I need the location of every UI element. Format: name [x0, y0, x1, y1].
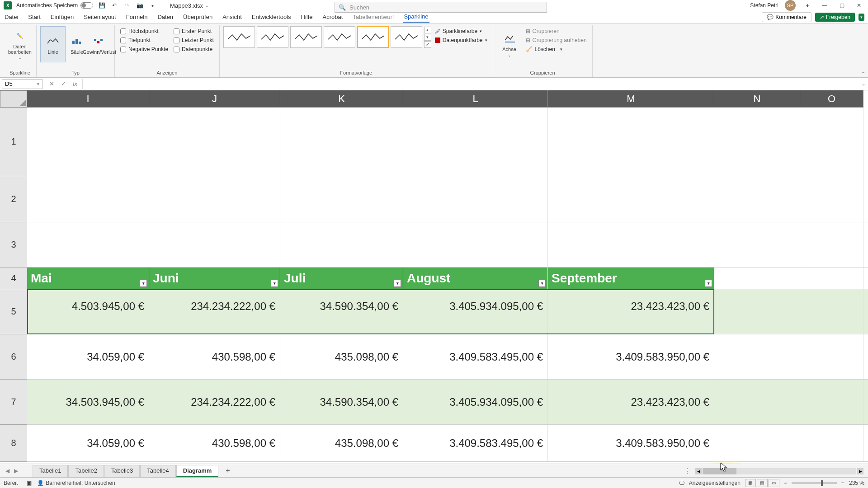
type-winloss-button[interactable]: Gewinn/Verlust: [88, 26, 111, 62]
cell[interactable]: [149, 176, 280, 222]
cell[interactable]: [280, 108, 403, 176]
cell[interactable]: [548, 108, 714, 176]
row-header-1[interactable]: 1: [0, 108, 27, 176]
camera-icon[interactable]: 📷: [136, 1, 144, 9]
hscroll-dots-icon[interactable]: ⋮: [684, 467, 691, 475]
chk-neg[interactable]: Negative Punkte: [120, 46, 168, 52]
column-header-L[interactable]: L: [403, 90, 548, 108]
qat-dropdown-icon[interactable]: ▾: [148, 1, 156, 9]
fx-icon[interactable]: fx: [70, 79, 80, 89]
chk-high[interactable]: Höchstpunkt: [120, 28, 168, 34]
cell[interactable]: [800, 289, 863, 334]
style-up[interactable]: ▴: [424, 27, 431, 33]
share-button[interactable]: ↗Freigeben: [815, 13, 855, 22]
cell[interactable]: [280, 222, 403, 267]
cell[interactable]: [280, 176, 403, 222]
group-button[interactable]: ⊞Gruppieren: [526, 28, 587, 34]
tab-acrobat[interactable]: Acrobat: [322, 12, 344, 22]
cell[interactable]: [800, 334, 863, 379]
minimize-icon[interactable]: —: [819, 0, 830, 11]
cell[interactable]: [714, 176, 800, 222]
sheet-tab-tabelle2[interactable]: Tabelle2: [68, 465, 104, 477]
style-3[interactable]: [290, 26, 322, 48]
sheet-prev-icon[interactable]: ◀: [5, 468, 9, 474]
cell[interactable]: [714, 380, 800, 424]
style-more[interactable]: ⤢: [424, 41, 431, 48]
cell[interactable]: September▾: [548, 267, 714, 289]
cell[interactable]: [548, 176, 714, 222]
chk-last[interactable]: Letzter Punkt: [174, 37, 214, 43]
style-gallery[interactable]: ▴ ▾ ⤢: [223, 26, 431, 48]
cell[interactable]: [548, 222, 714, 267]
tab-start[interactable]: Start: [27, 12, 41, 22]
cell[interactable]: 4.503.945,00 €: [27, 289, 149, 334]
filename[interactable]: Mappe3.xlsx: [170, 2, 203, 9]
style-5[interactable]: [357, 26, 389, 48]
cell[interactable]: [800, 176, 863, 222]
cell[interactable]: Juli▾: [280, 267, 403, 289]
tab-formeln[interactable]: Formeln: [125, 12, 149, 22]
cell[interactable]: [27, 108, 149, 176]
tab-ansicht[interactable]: Ansicht: [222, 12, 243, 22]
type-line-button[interactable]: Linie: [40, 26, 66, 62]
tab-hilfe[interactable]: Hilfe: [300, 12, 314, 22]
cell[interactable]: 234.234.222,00 €: [149, 380, 280, 424]
tab-ueberpruefen[interactable]: Überprüfen: [182, 12, 213, 22]
undo-icon[interactable]: ↶: [110, 1, 118, 9]
column-header-O[interactable]: O: [800, 90, 863, 108]
accessibility-icon[interactable]: 👤: [37, 480, 44, 486]
cell[interactable]: [800, 222, 863, 267]
chk-low[interactable]: Tiefpunkt: [120, 37, 168, 43]
cell[interactable]: [403, 108, 548, 176]
horizontal-scrollbar[interactable]: ⋮ ◀ ▶: [684, 467, 863, 475]
tab-einfuegen[interactable]: Einfügen: [50, 12, 75, 22]
tab-sparkline[interactable]: Sparkline: [403, 11, 429, 23]
cell[interactable]: 34.590.354,00 €: [280, 289, 403, 334]
cell[interactable]: 23.423.423,00 €: [548, 380, 714, 424]
cell[interactable]: 3.409.583.495,00 €: [403, 425, 548, 461]
style-2[interactable]: [257, 26, 288, 48]
row-header-2[interactable]: 2: [0, 176, 27, 222]
cell[interactable]: [714, 267, 800, 289]
type-column-button[interactable]: Säule: [67, 26, 86, 62]
row-header-8[interactable]: 8: [0, 425, 27, 462]
axis-button[interactable]: Achse⌄: [497, 26, 522, 62]
formula-input[interactable]: [82, 79, 859, 89]
tab-datei[interactable]: Datei: [4, 12, 19, 22]
cell[interactable]: [403, 222, 548, 267]
select-all-button[interactable]: [0, 90, 27, 108]
sheet-tab-tabelle3[interactable]: Tabelle3: [104, 465, 140, 477]
cell[interactable]: [714, 108, 800, 176]
column-header-J[interactable]: J: [149, 90, 280, 108]
sheet-tab-tabelle4[interactable]: Tabelle4: [140, 465, 175, 477]
zoom-in-icon[interactable]: +: [841, 480, 844, 486]
cell[interactable]: 435.098,00 €: [280, 425, 403, 461]
filter-button[interactable]: ▾: [394, 280, 401, 287]
style-6[interactable]: [391, 26, 422, 48]
cell[interactable]: [27, 176, 149, 222]
view-normal-icon[interactable]: ▦: [745, 479, 756, 487]
cell[interactable]: Juni▾: [149, 267, 280, 289]
cell[interactable]: 3.409.583.950,00 €: [548, 425, 714, 461]
cell[interactable]: [800, 267, 863, 289]
row-header-7[interactable]: 7: [0, 380, 27, 425]
cell[interactable]: 34.059,00 €: [27, 334, 149, 379]
macro-icon[interactable]: ▣: [27, 480, 32, 486]
chk-data[interactable]: Datenpunkte: [174, 46, 214, 52]
sheet-next-icon[interactable]: ▶: [14, 468, 18, 474]
close-icon[interactable]: ✕: [854, 0, 864, 11]
cell[interactable]: [403, 176, 548, 222]
filter-button[interactable]: ▾: [140, 280, 147, 287]
accept-formula-icon[interactable]: ✓: [58, 79, 69, 89]
cell[interactable]: 3.405.934.095,00 €: [403, 289, 548, 334]
column-header-K[interactable]: K: [280, 90, 403, 108]
cell[interactable]: 34.590.354,00 €: [280, 380, 403, 424]
save-icon[interactable]: 💾: [98, 1, 106, 9]
add-sheet-button[interactable]: ＋: [224, 466, 231, 475]
cell[interactable]: 430.598,00 €: [149, 334, 280, 379]
point-color[interactable]: Datenpunktfarbe▾: [435, 37, 487, 43]
diamond-icon[interactable]: ♦: [802, 0, 813, 11]
ribbon-collapse-icon[interactable]: ⌄: [861, 69, 865, 75]
tab-entwicklertools[interactable]: Entwicklertools: [251, 12, 292, 22]
cell[interactable]: 435.098,00 €: [280, 334, 403, 379]
